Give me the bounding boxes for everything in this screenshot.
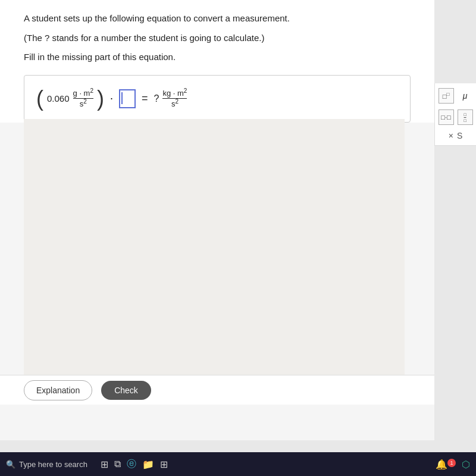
taskbar-icons: ⊞ ⧉ ⓔ 📁 ⊞ xyxy=(101,458,168,471)
right-den-superscript: 2 xyxy=(175,98,178,105)
mu-label: μ xyxy=(463,91,468,101)
question-mark: ? xyxy=(154,93,159,104)
instruction-3: Fill in the missing part of this equatio… xyxy=(24,51,411,64)
toolbar-row-3: × S xyxy=(449,131,463,140)
dropbox-icon[interactable]: ⬡ xyxy=(462,459,470,470)
taskbar-search[interactable]: 🔍 Type here to search xyxy=(6,460,87,469)
side-toolbar: □□ μ □·□ □ □ × S xyxy=(434,83,476,146)
toolbar-row-1: □□ μ xyxy=(439,88,473,104)
search-text: Type here to search xyxy=(19,460,87,469)
instruction-1: A student sets up the following equation… xyxy=(24,12,411,26)
right-fraction: kg · m2 s2 xyxy=(162,89,187,108)
notification-area: 🔔 1 xyxy=(436,459,456,470)
fraction-button[interactable]: □ □ xyxy=(458,109,473,125)
toolbar-row-2: □·□ □ □ xyxy=(439,109,473,125)
left-fraction: g · m2 s2 xyxy=(73,89,93,108)
fraction-label: □ □ xyxy=(464,112,466,123)
coefficient: 0.060 xyxy=(47,93,70,104)
cursor xyxy=(121,92,123,104)
right-denominator: s2 xyxy=(171,99,178,108)
equals-sign: = xyxy=(139,92,151,105)
left-paren: ( xyxy=(36,88,43,109)
check-button[interactable]: Check xyxy=(101,381,151,400)
task-view-button[interactable]: ⧉ xyxy=(114,459,121,469)
answer-input[interactable] xyxy=(119,89,136,108)
store-button[interactable]: ⊞ xyxy=(160,459,168,470)
close-toolbar-button[interactable]: × xyxy=(449,131,453,140)
s-button[interactable]: S xyxy=(457,131,462,140)
right-numerator: kg · m2 xyxy=(162,89,187,99)
edge-button[interactable]: ⓔ xyxy=(127,458,136,471)
right-num-superscript: 2 xyxy=(184,87,187,94)
notification-icon[interactable]: 🔔 xyxy=(436,459,447,470)
dot-button[interactable]: □·□ xyxy=(439,109,454,125)
header-area: A student sets up the following equation… xyxy=(0,0,434,123)
main-content: A student sets up the following equation… xyxy=(0,0,434,440)
left-den-superscript: 2 xyxy=(83,98,87,105)
x10-label: □□ xyxy=(443,92,450,100)
folder-button[interactable]: 📁 xyxy=(142,459,154,470)
bottom-area: Explanation Check xyxy=(0,375,434,405)
x10-button[interactable]: □□ xyxy=(439,88,454,104)
equation-content: ( 0.060 g · m2 s2 ) · xyxy=(36,88,187,109)
left-denominator: s2 xyxy=(80,99,87,108)
notification-badge: 1 xyxy=(447,459,456,467)
left-numerator: g · m2 xyxy=(73,89,93,99)
left-num-superscript: 2 xyxy=(90,87,93,94)
multiply-dot: · xyxy=(108,92,115,105)
windows-button[interactable]: ⊞ xyxy=(101,459,108,470)
taskbar: 🔍 Type here to search ⊞ ⧉ ⓔ 📁 ⊞ 🔔 1 ⬡ xyxy=(0,452,476,476)
search-icon: 🔍 xyxy=(6,460,15,469)
instruction-2: (The ? stands for a number the student i… xyxy=(24,32,411,45)
right-paren: ) xyxy=(97,88,104,109)
taskbar-right: 🔔 1 ⬡ xyxy=(436,459,470,470)
mu-button[interactable]: μ xyxy=(458,88,473,104)
working-area xyxy=(24,119,405,375)
equation-box: ( 0.060 g · m2 s2 ) · xyxy=(24,75,411,123)
explanation-button[interactable]: Explanation xyxy=(24,380,92,400)
dot-label: □·□ xyxy=(441,114,450,121)
